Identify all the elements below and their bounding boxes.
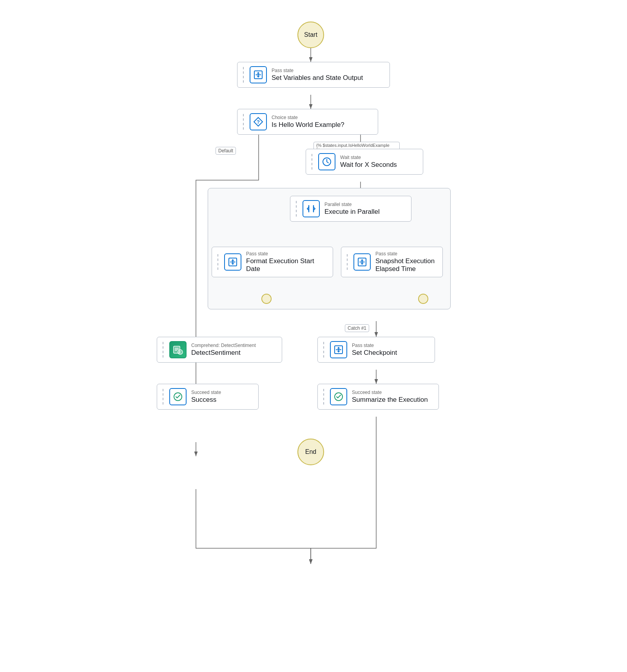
node-divider — [163, 389, 164, 405]
svg-text:?: ? — [257, 119, 260, 125]
node-divider — [296, 201, 297, 217]
node-divider — [347, 254, 348, 270]
format-end-circle — [261, 294, 272, 304]
summarize-icon — [330, 388, 347, 405]
svg-point-21 — [178, 350, 183, 354]
node-divider — [323, 389, 324, 405]
set-variables-text: Pass state Set Variables and State Outpu… — [272, 68, 363, 82]
pass-state-icon-2 — [224, 253, 241, 271]
parallel-state-node[interactable]: Parallel state Execute in Parallel — [290, 196, 411, 222]
svg-point-23 — [181, 351, 181, 352]
choice-state-icon: ? — [250, 113, 267, 130]
choice-state-text: Choice state Is Hello World Example? — [272, 115, 344, 129]
wait-state-icon — [318, 153, 335, 170]
node-divider — [323, 342, 324, 358]
format-execution-node[interactable]: Pass state Format Execution Start Date — [212, 247, 333, 277]
node-divider — [163, 342, 164, 358]
node-divider — [243, 114, 244, 130]
snapshot-end-circle — [418, 294, 428, 304]
detect-sentiment-text: Comprehend: DetectSentiment DetectSentim… — [191, 343, 256, 357]
set-checkpoint-text: Pass state Set Checkpoint — [352, 343, 397, 357]
svg-point-22 — [179, 351, 180, 352]
pass-state-icon-3 — [353, 253, 371, 271]
summarize-text: Succeed state Summarize the Execution — [352, 390, 428, 404]
format-execution-text: Pass state Format Execution Start Date — [246, 251, 327, 273]
parallel-state-text: Parallel state Execute in Parallel — [324, 202, 380, 216]
success-text: Succeed state Success — [191, 390, 221, 404]
node-divider — [243, 67, 244, 83]
wait-state-node[interactable]: Wait state Wait for X Seconds — [306, 149, 423, 175]
choice-state-node[interactable]: ? Choice state Is Hello World Example? — [237, 109, 378, 135]
set-checkpoint-node[interactable]: Pass state Set Checkpoint — [317, 337, 435, 363]
node-divider — [217, 254, 219, 270]
succeed-state-icon — [169, 388, 187, 405]
parallel-state-icon — [303, 200, 320, 217]
diagram-container: Start Pass state Set Variables and State… — [137, 8, 490, 666]
snapshot-execution-node[interactable]: Pass state Snapshot Execution Elapsed Ti… — [341, 247, 443, 277]
detect-sentiment-node[interactable]: Comprehend: DetectSentiment DetectSentim… — [157, 337, 282, 363]
snapshot-execution-text: Pass state Snapshot Execution Elapsed Ti… — [375, 251, 437, 273]
set-variables-node[interactable]: Pass state Set Variables and State Outpu… — [237, 62, 390, 88]
detect-sentiment-icon — [169, 341, 187, 358]
end-node: End — [297, 439, 324, 465]
set-checkpoint-icon — [330, 341, 347, 358]
start-node: Start — [297, 22, 324, 48]
default-label: Default — [216, 147, 236, 155]
wait-state-text: Wait state Wait for X Seconds — [340, 155, 397, 169]
catch-label: Catch #1 — [345, 324, 369, 332]
summarize-node[interactable]: Succeed state Summarize the Execution — [317, 384, 439, 410]
node-divider — [312, 154, 313, 170]
success-node[interactable]: Succeed state Success — [157, 384, 259, 410]
pass-state-icon — [250, 66, 267, 83]
